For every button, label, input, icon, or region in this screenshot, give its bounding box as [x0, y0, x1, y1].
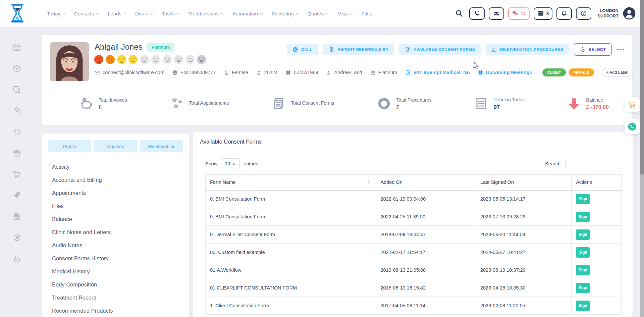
lock-icon[interactable] — [12, 254, 21, 263]
shopping-bag-icon[interactable] — [12, 106, 21, 115]
floating-button[interactable] — [625, 119, 640, 134]
profile-menu-item[interactable]: Files — [48, 200, 183, 213]
contact-item[interactable]: Female — [223, 70, 248, 75]
stat-item: Balance £ -370.00 — [567, 97, 609, 111]
copy-icon[interactable] — [12, 85, 21, 94]
mood-face-icon[interactable] — [94, 55, 103, 64]
scrollbar-thumb[interactable] — [640, 0, 644, 174]
mood-face-icon[interactable] — [185, 55, 195, 64]
inbox-button[interactable] — [489, 7, 504, 20]
stat-item: Pending Tasks 97 — [474, 97, 524, 111]
table-row: 0. BMI Consultation Form 2022-04-25 11:3… — [206, 208, 622, 226]
cube-icon[interactable] — [12, 64, 21, 73]
column-header-added-on[interactable]: Added On — [376, 175, 476, 190]
scrollbar-track[interactable] — [640, 0, 644, 317]
nav-item[interactable]: Misc — [337, 11, 353, 16]
sign-button[interactable]: Sign — [576, 194, 590, 204]
contact-item[interactable]: +447490009777 — [172, 70, 216, 75]
mood-face-icon[interactable] — [163, 55, 172, 64]
profile-menu-item[interactable]: Audio Notes — [48, 239, 183, 252]
column-header-form-name[interactable]: Form Name — [206, 175, 376, 190]
contact-item[interactable]: VAT Exempt Medical: No — [405, 70, 470, 75]
consent-doc-icon — [272, 97, 286, 111]
stat-item: Total Invoices £ — [79, 97, 127, 111]
search-icon[interactable] — [455, 9, 463, 17]
add-label-button[interactable]: + Add Label — [602, 68, 633, 77]
profile-menu-item[interactable]: Medical History — [48, 265, 183, 278]
user-avatar-icon[interactable] — [623, 7, 636, 20]
price-tag-icon[interactable] — [12, 191, 21, 200]
action-button[interactable]: CALL — [287, 44, 318, 55]
mood-face-icon[interactable] — [106, 55, 115, 64]
nav-item[interactable]: Deals — [135, 11, 153, 16]
sign-button[interactable]: Sign — [576, 212, 590, 222]
profile-menu-item[interactable]: Appointments — [48, 187, 183, 200]
action-button[interactable]: REPORT REFERRALS BY — [323, 44, 394, 55]
nav-item[interactable]: Tasks — [162, 11, 179, 16]
profile-menu-item[interactable]: Treatment Record — [48, 291, 183, 304]
contact-item[interactable]: 20224 — [256, 70, 278, 75]
sign-button[interactable]: Sign — [576, 247, 590, 258]
store-button[interactable]: 8 — [534, 7, 553, 20]
contact-item[interactable]: Upcoming Meetings — [478, 70, 532, 75]
nav-item-label: Quotes — [308, 11, 324, 16]
nav-item[interactable]: Marketing — [272, 11, 299, 16]
contact-item[interactable]: 07/07/1969 — [285, 70, 318, 75]
mood-face-icon[interactable] — [140, 55, 149, 64]
contact-item[interactable]: Platinum — [370, 70, 397, 75]
hourglass-logo[interactable] — [9, 3, 25, 23]
mood-face-icon[interactable] — [174, 55, 183, 64]
sign-button[interactable]: Sign — [576, 229, 590, 240]
column-header-last-signed[interactable]: Last Signed On — [476, 175, 571, 190]
mood-face-icon[interactable] — [117, 55, 126, 64]
profile-tab[interactable]: Courses — [94, 140, 137, 152]
select-button[interactable]: SELECT — [574, 43, 612, 56]
profile-menu-item[interactable]: Accounts and Billing — [48, 173, 183, 187]
mood-face-icon[interactable] — [128, 55, 138, 64]
chart-doc-icon[interactable] — [12, 212, 21, 221]
sign-button[interactable]: Sign — [576, 301, 590, 311]
profile-tab[interactable]: Profile — [48, 140, 91, 152]
profile-menu-item[interactable]: Recommended Products — [48, 304, 183, 317]
profile-menu-item[interactable]: Activity — [48, 160, 183, 173]
table-row: 0. BMI Consultation Form 2022-01-19 09:0… — [206, 190, 622, 208]
store-count-badge: 8 — [546, 11, 549, 16]
notifications-button[interactable] — [556, 7, 572, 20]
profile-menu-item[interactable]: Body Composition — [48, 278, 183, 291]
mood-face-icon[interactable] — [151, 55, 160, 64]
profile-menu-item[interactable]: Balance — [48, 213, 183, 226]
user-icon — [326, 70, 331, 75]
gift-icon[interactable] — [12, 149, 21, 158]
sign-button[interactable]: Sign — [576, 283, 590, 293]
nav-item[interactable]: Automation — [232, 11, 263, 16]
cart-icon[interactable] — [12, 170, 21, 179]
page-size-select[interactable]: 10 — [221, 158, 240, 169]
profile-menu-item[interactable]: Consent Forms History — [48, 252, 183, 265]
chat-button[interactable]: 14 — [508, 7, 530, 20]
help-button[interactable] — [576, 7, 591, 20]
nav-item[interactable]: Leads — [108, 11, 126, 16]
profile-menu-item[interactable]: Clinic Notes and Letters — [48, 226, 183, 239]
phone-button[interactable] — [469, 7, 485, 20]
search-input[interactable] — [566, 159, 621, 169]
nav-item-label: Marketing — [272, 11, 294, 16]
sign-button[interactable]: Sign — [576, 265, 590, 275]
more-options-button[interactable]: ••• — [617, 46, 625, 53]
nav-item[interactable]: Contacts — [74, 11, 99, 16]
stat-value: £ — [396, 104, 431, 110]
contact-item[interactable]: Andree Land — [326, 70, 362, 75]
calendar12-icon[interactable]: 12 — [12, 43, 21, 52]
action-button[interactable]: AVAILABLE CONSENT FORMS — [399, 44, 480, 55]
nav-item[interactable]: Files — [362, 11, 372, 16]
nav-item[interactable]: Today — [47, 11, 65, 16]
nav-item[interactable]: Quotes — [308, 11, 328, 16]
action-button[interactable]: REJUVENATION PROCEDURES — [486, 44, 569, 55]
person-sync-icon[interactable] — [12, 233, 21, 242]
mood-face-icon[interactable] — [197, 55, 206, 64]
contact-item[interactable]: connect@clinicsoftware.com — [94, 70, 164, 75]
floating-button[interactable] — [625, 97, 640, 112]
nav-item[interactable]: Memberships — [189, 11, 223, 16]
topbar: Today Contacts Leads Deals — [0, 0, 644, 27]
profile-tab[interactable]: Memberships — [140, 140, 183, 152]
history-icon[interactable] — [12, 127, 21, 137]
